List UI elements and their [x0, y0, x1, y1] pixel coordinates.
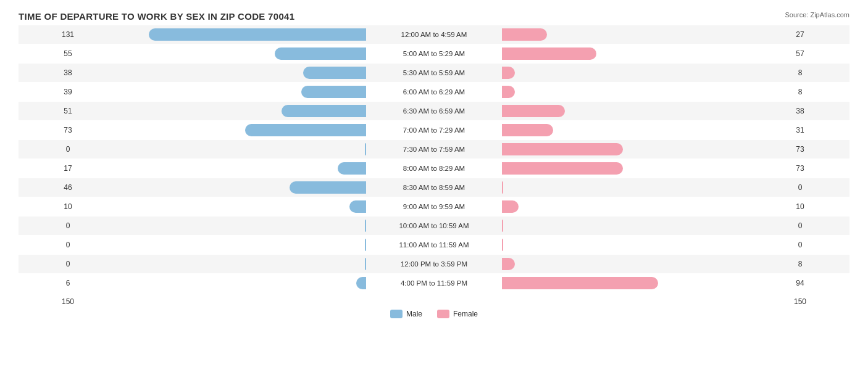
bar-right-container — [502, 67, 751, 79]
legend: Male Female — [19, 310, 849, 318]
bar-right-container — [502, 239, 751, 251]
time-label: 5:30 AM to 5:59 AM — [366, 69, 502, 76]
bar-right-container — [502, 220, 751, 232]
male-value-label: 51 — [19, 107, 117, 115]
bar-left-container — [117, 143, 366, 155]
legend-female: Female — [437, 310, 478, 318]
axis-bottom: 150 150 — [19, 297, 849, 306]
bar-female — [502, 181, 503, 194]
bar-male — [365, 220, 366, 232]
female-value-label: 27 — [751, 30, 849, 39]
time-label: 6:30 AM to 6:59 AM — [366, 107, 502, 115]
time-label: 10:00 AM to 10:59 AM — [366, 222, 502, 229]
table-row: 010:00 AM to 10:59 AM0 — [19, 216, 849, 235]
bar-left-container — [117, 86, 366, 98]
bar-left-container — [117, 200, 366, 213]
time-label: 7:30 AM to 7:59 AM — [366, 146, 502, 153]
male-value-label: 38 — [19, 68, 117, 77]
bar-female — [502, 162, 623, 175]
table-row: 13112:00 AM to 4:59 AM27 — [19, 25, 849, 44]
female-value-label: 8 — [751, 88, 849, 96]
bar-left-container — [117, 47, 366, 60]
chart-area: 13112:00 AM to 4:59 AM27555:00 AM to 5:2… — [19, 25, 849, 313]
bar-female — [502, 200, 519, 213]
axis-label-left: 150 — [19, 297, 117, 306]
bar-male — [365, 143, 366, 155]
time-label: 12:00 PM to 3:59 PM — [366, 260, 502, 268]
table-row: 109:00 AM to 9:59 AM10 — [19, 197, 849, 216]
axis-label-right: 150 — [751, 297, 849, 306]
bar-left-container — [117, 105, 366, 117]
table-row: 011:00 AM to 11:59 AM0 — [19, 236, 849, 254]
time-label: 5:00 AM to 5:29 AM — [366, 50, 502, 57]
male-value-label: 0 — [19, 241, 117, 249]
female-value-label: 8 — [751, 68, 849, 77]
bar-right-container — [502, 181, 751, 194]
bar-male — [338, 162, 366, 175]
female-value-label: 10 — [751, 202, 849, 211]
bar-male — [365, 258, 366, 270]
bar-female — [502, 258, 515, 270]
bar-male — [356, 277, 366, 289]
time-label: 8:00 AM to 8:29 AM — [366, 165, 502, 172]
bar-right-container — [502, 200, 751, 213]
male-value-label: 0 — [19, 221, 117, 230]
bar-male — [245, 124, 366, 136]
bar-right-container — [502, 162, 751, 175]
male-value-label: 73 — [19, 126, 117, 134]
bar-male — [301, 86, 366, 98]
male-value-label: 10 — [19, 202, 117, 211]
legend-male-icon — [390, 310, 403, 318]
bar-female — [502, 124, 553, 136]
bar-right-container — [502, 143, 751, 155]
male-value-label: 17 — [19, 164, 117, 173]
female-value-label: 38 — [751, 107, 849, 115]
bar-female — [502, 47, 596, 60]
bar-right-container — [502, 277, 751, 289]
chart-title: TIME OF DEPARTURE TO WORK BY SEX IN ZIP … — [19, 11, 849, 22]
table-row: 516:30 AM to 6:59 AM38 — [19, 102, 849, 120]
male-value-label: 46 — [19, 183, 117, 192]
chart-container: TIME OF DEPARTURE TO WORK BY SEX IN ZIP … — [0, 0, 868, 367]
time-label: 4:00 PM to 11:59 PM — [366, 279, 502, 287]
female-value-label: 57 — [751, 49, 849, 58]
bar-female — [502, 67, 515, 79]
male-value-label: 55 — [19, 49, 117, 58]
table-row: 737:00 AM to 7:29 AM31 — [19, 121, 849, 139]
bar-male — [282, 105, 366, 117]
bar-female — [502, 239, 503, 251]
female-value-label: 0 — [751, 183, 849, 192]
female-value-label: 94 — [751, 279, 849, 287]
table-row: 555:00 AM to 5:29 AM57 — [19, 44, 849, 63]
female-value-label: 0 — [751, 221, 849, 230]
male-value-label: 131 — [19, 30, 117, 39]
bar-male — [349, 200, 366, 213]
table-row: 178:00 AM to 8:29 AM73 — [19, 159, 849, 178]
female-value-label: 0 — [751, 241, 849, 249]
table-row: 64:00 PM to 11:59 PM94 — [19, 274, 849, 292]
table-row: 396:00 AM to 6:29 AM8 — [19, 83, 849, 101]
bar-female — [502, 86, 515, 98]
legend-male: Male — [390, 310, 422, 318]
bar-right-container — [502, 105, 751, 117]
bar-male — [365, 239, 366, 251]
bar-left-container — [117, 181, 366, 194]
bar-left-container — [117, 258, 366, 270]
bar-male — [149, 28, 366, 41]
bar-right-container — [502, 124, 751, 136]
table-row: 385:30 AM to 5:59 AM8 — [19, 64, 849, 82]
table-row: 012:00 PM to 3:59 PM8 — [19, 255, 849, 273]
bar-female — [502, 28, 547, 41]
male-value-label: 6 — [19, 279, 117, 287]
bar-left-container — [117, 67, 366, 79]
female-value-label: 8 — [751, 260, 849, 268]
bar-left-container — [117, 162, 366, 175]
bar-left-container — [117, 220, 366, 232]
bar-right-container — [502, 86, 751, 98]
male-value-label: 0 — [19, 260, 117, 268]
bar-left-container — [117, 239, 366, 251]
bar-male — [290, 181, 366, 194]
rows-container: 13112:00 AM to 4:59 AM27555:00 AM to 5:2… — [19, 25, 849, 295]
time-label: 6:00 AM to 6:29 AM — [366, 88, 502, 96]
table-row: 07:30 AM to 7:59 AM73 — [19, 140, 849, 159]
